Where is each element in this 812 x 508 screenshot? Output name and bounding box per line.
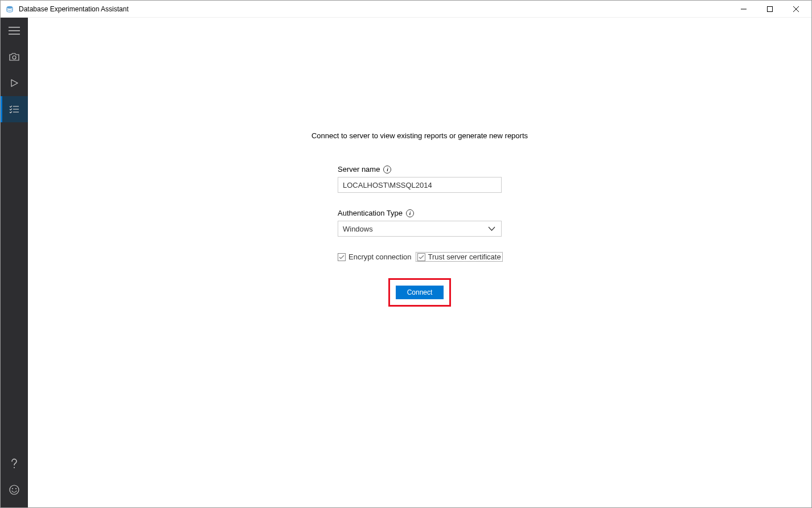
camera-icon (9, 53, 19, 61)
svg-rect-2 (768, 6, 773, 11)
maximize-button[interactable] (757, 1, 783, 18)
auth-type-select[interactable]: Windows (338, 221, 502, 237)
connection-form: Connect to server to view existing repor… (311, 131, 528, 307)
sidebar-item-help[interactable] (1, 451, 28, 477)
sidebar-item-feedback[interactable] (1, 477, 28, 503)
svg-point-8 (13, 56, 16, 59)
sidebar-item-replay[interactable] (1, 70, 28, 96)
close-icon (793, 6, 799, 12)
app-icon (5, 5, 14, 14)
trust-checkbox[interactable]: Trust server certificate (416, 252, 503, 262)
chevron-down-icon (487, 224, 497, 233)
svg-point-13 (10, 485, 19, 494)
sidebar-item-reports[interactable] (1, 96, 28, 122)
main-content: Connect to server to view existing repor… (28, 18, 811, 507)
encrypt-checkbox[interactable]: Encrypt connection (338, 253, 412, 261)
svg-point-15 (15, 488, 17, 489)
sidebar-item-capture[interactable] (1, 44, 28, 70)
app-window: Database Experimentation Assistant (0, 0, 812, 508)
checkbox-icon (338, 253, 346, 261)
connect-button[interactable]: Connect (396, 286, 444, 299)
close-button[interactable] (783, 1, 809, 18)
checkbox-icon (417, 253, 425, 261)
window-controls (731, 1, 809, 18)
auth-type-value: Windows (343, 225, 487, 233)
instruction-text: Connect to server to view existing repor… (311, 131, 528, 140)
svg-point-12 (14, 467, 15, 468)
smile-icon (9, 485, 19, 495)
help-icon (10, 458, 18, 469)
play-icon (10, 79, 18, 87)
maximize-icon (767, 6, 773, 12)
svg-point-14 (12, 488, 13, 489)
server-name-input[interactable] (338, 177, 502, 193)
minimize-icon (741, 6, 747, 12)
auth-type-label: Authentication Type i (338, 209, 502, 217)
info-icon[interactable]: i (383, 166, 391, 174)
checklist-icon (9, 105, 19, 113)
svg-point-0 (7, 6, 13, 8)
hamburger-icon (9, 27, 20, 35)
titlebar: Database Experimentation Assistant (1, 1, 811, 18)
minimize-button[interactable] (731, 1, 757, 18)
info-icon[interactable]: i (406, 209, 414, 217)
sidebar (1, 18, 28, 507)
sidebar-item-menu[interactable] (1, 18, 28, 44)
window-title: Database Experimentation Assistant (19, 5, 731, 13)
highlight-annotation: Connect (388, 278, 451, 307)
server-name-label: Server name i (338, 165, 502, 174)
